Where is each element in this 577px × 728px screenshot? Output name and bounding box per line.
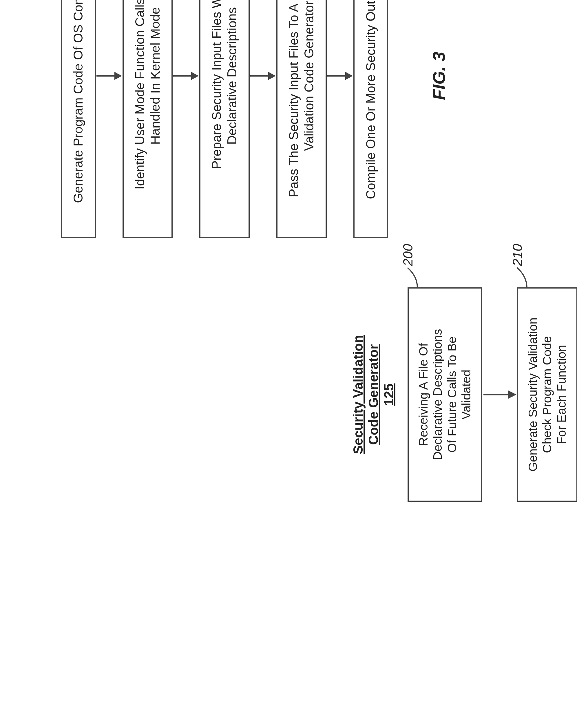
fig2-step-210-l2: Check Program Code [540,336,554,453]
ref-210: 210 [509,244,525,266]
figure-3: Generate Program Code Of OS Components 3… [61,0,388,238]
fig3-step-310-l2: Handled In Kernel Mode [148,7,162,145]
svg-marker-7 [268,72,276,80]
fig2-step-210-l1: Generate Security Validation [526,317,540,472]
fig3-step-330: Pass The Security Input Files To A Secur… [276,0,327,238]
fig2-arrow-1 [482,287,517,502]
fig2-step-200-l4: Validated [460,370,473,419]
fig2-step-200-l3: Of Future Calls To Be [445,337,459,453]
fig2-step-200: Receiving A File Of Declarative Descript… [408,287,482,502]
arrow-down-icon [482,389,517,400]
fig2-step-210: Generate Security Validation Check Progr… [517,287,577,502]
page: Security Validation Code Generator 125 R… [0,0,577,728]
figure-2: Security Validation Code Generator 125 R… [350,287,577,502]
fig2-title-ref: 125 [381,287,397,502]
fig3-step-330-wrap: Pass The Security Input Files To A Secur… [276,0,327,238]
fig3-arrow-1 [96,0,123,238]
fig2-step-200-l2: Declarative Descriptions [431,329,444,460]
fig3-step-340-l1: Compile One Or More Security Output File… [364,0,378,199]
fig3-step-300-wrap: Generate Program Code Of OS Components 3… [61,0,96,238]
fig3-step-340: Compile One Or More Security Output File… [353,0,388,238]
fig3-caption: FIG. 3 [429,52,449,100]
fig3-step-310: Identify User Mode Function Calls To Be … [123,0,173,238]
fig3-step-310-l1: Identify User Mode Function Calls To Be [133,0,147,189]
svg-marker-1 [508,391,517,399]
svg-marker-5 [191,72,199,80]
arrow-down-icon [250,70,276,82]
fig3-step-330-l2: Validation Code Generator [302,1,316,151]
fig2-title: Security Validation Code Generator 125 [350,287,397,502]
fig3-step-310-wrap: Identify User Mode Function Calls To Be … [123,0,173,238]
fig3-step-330-l1: Pass The Security Input Files To A Secur… [286,0,301,197]
arrow-down-icon [327,70,353,82]
fig3-step-320-wrap: Prepare Security Input Files With Declar… [199,0,250,238]
fig3-step-340-wrap: Compile One Or More Security Output File… [353,0,388,238]
rotated-canvas: Security Validation Code Generator 125 R… [0,0,577,577]
arrow-down-icon [173,70,199,82]
fig3-step-320-l1: Prepare Security Input Files With [209,0,224,169]
fig2-step-210-wrap: Generate Security Validation Check Progr… [517,287,577,502]
svg-marker-9 [345,72,353,80]
fig3-arrow-3 [250,0,276,238]
fig2-step-200-wrap: Receiving A File Of Declarative Descript… [408,287,482,502]
arrow-down-icon [96,70,123,82]
ref-200: 200 [400,244,416,266]
fig3-step-300-l1: Generate Program Code Of OS Components [71,0,85,203]
fig2-title-line2: Code Generator [366,344,381,445]
fig3-arrow-2 [173,0,199,238]
fig2-title-line1: Security Validation [350,335,366,454]
svg-marker-3 [114,72,122,80]
fig3-arrow-4 [327,0,353,238]
fig2-step-210-l3: For Each Function [555,345,568,444]
fig3-step-300: Generate Program Code Of OS Components [61,0,96,238]
fig3-step-320-l2: Declarative Descriptions [225,7,239,145]
fig3-step-320: Prepare Security Input Files With Declar… [199,0,250,238]
fig2-step-200-l1: Receiving A File Of [417,343,430,446]
